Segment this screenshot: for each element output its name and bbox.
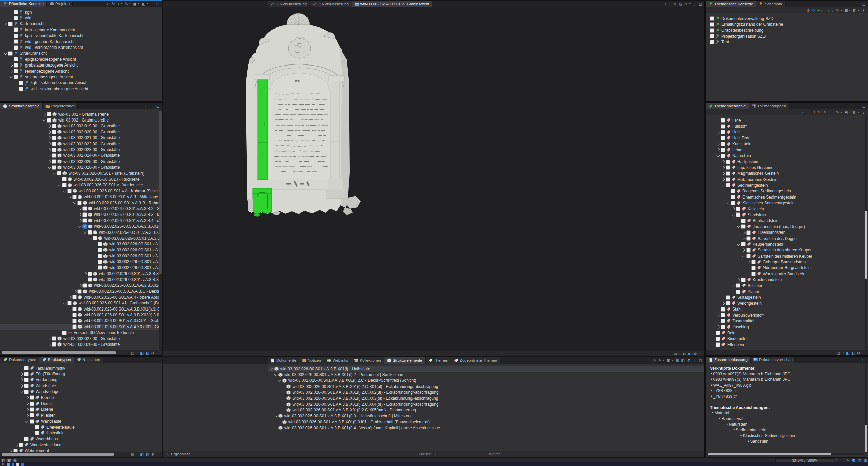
tree-item[interactable]: Wandvorlage [0, 389, 162, 395]
collapse-icon[interactable] [273, 415, 278, 417]
collapse-icon[interactable] [24, 420, 30, 423]
checkbox[interactable] [52, 130, 56, 134]
refresh-icon[interactable]: ↻ [112, 2, 115, 6]
checkbox[interactable] [716, 342, 720, 347]
tree-item[interactable]: wld [0, 15, 162, 21]
checkbox[interactable] [731, 201, 735, 205]
win-icon[interactable]: ◧ [681, 359, 685, 362]
expand-icon[interactable] [721, 302, 726, 305]
caret-icon[interactable]: ▾ [858, 9, 859, 12]
checkbox[interactable] [77, 201, 82, 205]
expand-icon[interactable] [47, 154, 52, 157]
gear-icon[interactable]: ⚙ [858, 459, 861, 462]
tree-item[interactable]: wld-03.002.026-00.S01.v.A.3.B.X01(l).2.C… [268, 395, 704, 401]
edit-icon[interactable]: ✎ [846, 459, 849, 462]
max-icon[interactable]: ◻ [699, 2, 702, 6]
menu-icon[interactable]: ⋮ [150, 2, 154, 6]
expand-icon[interactable] [47, 125, 52, 127]
tab-projektordner[interactable]: Projektordner [43, 103, 78, 109]
tree-item[interactable]: Zusatzmittel [706, 318, 868, 324]
tree-item[interactable]: epigraphikbezogene Ansicht [0, 56, 162, 62]
up-icon[interactable]: ↑ [136, 351, 138, 355]
caret-icon[interactable]: ▾ [828, 9, 829, 12]
expand-icon[interactable] [24, 403, 30, 405]
checkbox[interactable] [13, 449, 18, 452]
taskbar-app-icon[interactable] [7, 463, 10, 466]
tree-item[interactable]: wld-03.002.025-00 - Grabstätte [0, 159, 162, 164]
help-icon[interactable]: ? [852, 459, 855, 462]
checkbox[interactable] [98, 260, 102, 264]
expand-icon[interactable] [77, 213, 82, 216]
collapse-icon[interactable] [67, 196, 72, 198]
checkbox[interactable] [721, 319, 725, 323]
tree-item[interactable]: wld-03.002.026-00.S01.v.A.3.B.X01(l).2.C… [0, 235, 162, 241]
expand-icon[interactable] [731, 208, 736, 210]
tree-item[interactable]: wld-03.002.026-00.S01.v.A - Kubatur (Sch… [0, 188, 162, 194]
tree-item[interactable]: Jurasandstein (Lias, Dogger) [706, 224, 868, 229]
expand-icon[interactable] [77, 219, 82, 222]
tree-item[interactable]: Pläner [706, 288, 868, 294]
checkbox[interactable] [710, 28, 714, 33]
tree-item[interactable]: Bein [706, 330, 868, 336]
tree-item[interactable]: wld-03.002.026-00.S01.v.A.3.B.X01(l).2.C… [268, 401, 704, 407]
checkbox[interactable] [52, 159, 56, 164]
checkbox[interactable] [721, 136, 725, 140]
checkbox[interactable] [72, 324, 77, 329]
collapse-icon[interactable] [8, 76, 14, 78]
tree-item[interactable]: wld - genaue Kartenansicht [0, 39, 162, 44]
checkbox[interactable] [741, 224, 746, 229]
checkbox[interactable] [746, 236, 751, 241]
checkbox[interactable] [24, 372, 29, 376]
collapse-icon[interactable] [19, 391, 24, 393]
layers-icon[interactable]: ▤ [131, 351, 134, 355]
tree-item[interactable]: wld-03.002.026-00.S01.v.A.3.B.X01(l).2 -… [0, 229, 162, 235]
collapse-icon[interactable] [3, 52, 8, 55]
checkbox[interactable] [24, 390, 29, 394]
expand-icon[interactable] [716, 149, 721, 151]
checkbox[interactable] [30, 395, 34, 400]
checkbox[interactable] [751, 266, 756, 270]
refresh-icon[interactable]: ↻ [823, 110, 826, 114]
tree-item[interactable]: Füllstoff [706, 123, 868, 129]
tree-item[interactable]: kgh [0, 9, 162, 15]
checkbox[interactable] [731, 195, 735, 199]
add-icon[interactable]: + [829, 110, 831, 114]
expand-icon[interactable] [42, 113, 47, 115]
tree-item[interactable]: wld-03.002.026-00.S01.v.A.3.B.X01(l).2.C… [268, 384, 704, 389]
pager-next-link[interactable]: Weiter [489, 452, 500, 456]
windows-start-icon[interactable]: ⊞ [2, 463, 5, 466]
tree-item[interactable]: wld-03.002.026-00.S01.v.A.3 - Mittelzone [0, 194, 162, 200]
collapse-icon[interactable] [731, 214, 736, 216]
tree-item[interactable]: Metamorphes Gestein [706, 176, 868, 182]
refresh-icon[interactable]: ↻ [653, 359, 656, 362]
tree-item[interactable]: Keupersandstein [706, 241, 868, 247]
tree-item[interactable]: Tür (Türöffnung) [0, 371, 162, 377]
tab-dokumentvorschau[interactable]: Dokumentvorschau [751, 357, 796, 363]
collapse-icon[interactable] [277, 379, 282, 382]
tree-item[interactable]: wld-03.002.026-00.S01.v.I - Grabinschrif… [0, 300, 162, 306]
tab-dokumente[interactable]: Dokumente [268, 357, 299, 364]
checkbox[interactable] [72, 307, 77, 311]
checkbox[interactable] [24, 366, 29, 370]
forward-icon[interactable]: → [808, 110, 811, 114]
checkbox[interactable] [8, 22, 13, 26]
tree-item[interactable]: Projektorganisation SZD [706, 33, 868, 39]
checkbox[interactable] [30, 413, 34, 417]
checkbox[interactable] [88, 277, 92, 282]
expand-icon[interactable] [19, 379, 24, 381]
win-icon[interactable]: ◧ [140, 351, 144, 355]
checkbox[interactable] [721, 124, 725, 129]
back-icon[interactable]: ← [801, 110, 805, 114]
collapse-icon[interactable] [721, 184, 726, 187]
checkbox[interactable] [726, 177, 730, 182]
gravestone-3d-model[interactable] [235, 9, 364, 218]
win-icon[interactable]: ◧ [1, 459, 5, 462]
expand-icon[interactable] [47, 337, 52, 340]
tree-item[interactable]: Sedimentgestein [706, 182, 868, 188]
tab-themen[interactable]: Themen [426, 357, 451, 364]
collapse-icon[interactable] [726, 202, 731, 204]
up-icon[interactable]: ↑ [665, 2, 667, 6]
tree-item[interactable]: wld-03.002.026-00.S01.v.A.4.X07.I01 - Gr… [0, 324, 162, 330]
add-icon[interactable]: + [817, 8, 819, 12]
tree-item[interactable]: Strukturansicht [0, 51, 162, 56]
